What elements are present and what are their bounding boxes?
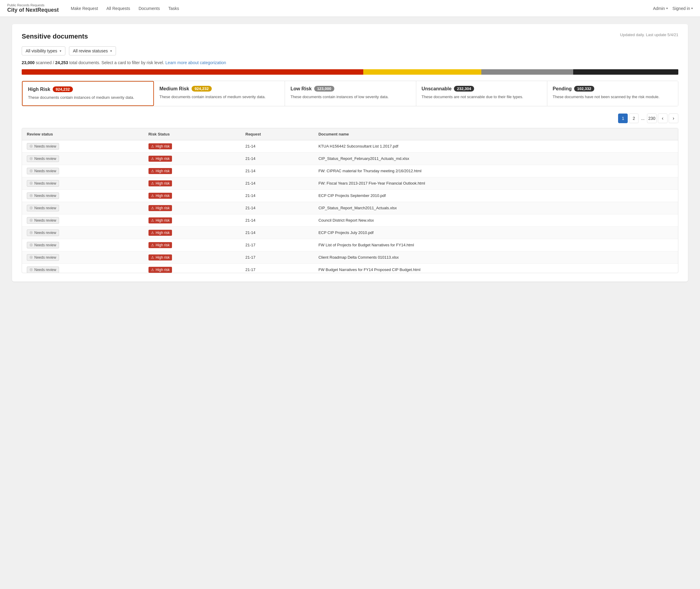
warning-icon: ⚠	[151, 243, 154, 247]
cell-request: 21-14	[241, 177, 314, 189]
signed-in-chevron-icon: ▾	[691, 7, 693, 10]
cell-request: 21-14	[241, 189, 314, 202]
nav-supertitle: Public Records Requests	[7, 3, 59, 7]
high-risk-title: High Risk 924,232	[28, 86, 148, 92]
cell-review-status: ☉ Needs review	[22, 239, 144, 251]
warning-icon: ⚠	[151, 255, 154, 259]
table-row[interactable]: ☉ Needs review ⚠ High risk 21-17 FW Budg…	[22, 263, 678, 273]
nav-make-request[interactable]: Make Request	[71, 6, 98, 11]
main-container: Sensitive documents Updated daily. Last …	[0, 17, 700, 289]
cell-risk-status: ⚠ High risk	[144, 214, 241, 226]
cell-risk-status: ⚠ High risk	[144, 202, 241, 214]
needs-review-badge: ☉ Needs review	[27, 217, 59, 224]
admin-chevron-icon: ▾	[666, 7, 668, 10]
cell-doc-name: FW: CIPRAC material for Thursday meeting…	[314, 165, 678, 177]
admin-dropdown[interactable]: Admin ▾	[653, 6, 668, 11]
risk-cards-row: High Risk 924,232 These documents contai…	[22, 81, 678, 106]
last-updated: Updated daily. Last update 5/4/21	[620, 32, 678, 37]
table-row[interactable]: ☉ Needs review ⚠ High risk 21-14 FW: CIP…	[22, 165, 678, 177]
page-1-btn[interactable]: 1	[618, 114, 628, 123]
visibility-filter[interactable]: All visibility types ▾	[22, 46, 65, 55]
nav-right: Admin ▾ Signed in ▾	[653, 6, 693, 11]
bar-yellow	[363, 69, 481, 75]
risk-card-medium[interactable]: Medium Risk 924,232 These documents cont…	[154, 81, 285, 106]
high-risk-desc: These documents contain instances of med…	[28, 94, 148, 101]
needs-review-badge: ☉ Needs review	[27, 192, 59, 199]
risk-card-high[interactable]: High Risk 924,232 These documents contai…	[22, 81, 154, 106]
cell-risk-status: ⚠ High risk	[144, 226, 241, 239]
cell-doc-name: CIP_Status_Report_March2011_Actuals.xlsx	[314, 202, 678, 214]
review-icon: ☉	[29, 255, 33, 259]
review-status-filter[interactable]: All review statuses ▾	[69, 46, 116, 55]
documents-table: Review status Risk Status Request Docume…	[22, 128, 678, 273]
signed-in-dropdown[interactable]: Signed in ▾	[673, 6, 693, 11]
risk-progress-bar	[22, 69, 678, 75]
high-risk-status-badge: ⚠ High risk	[149, 156, 172, 162]
risk-card-pending[interactable]: Pending 102,332 These documents have not…	[547, 81, 678, 106]
high-risk-status-badge: ⚠ High risk	[149, 193, 172, 199]
table-row[interactable]: ☉ Needs review ⚠ High risk 21-17 FW List…	[22, 239, 678, 251]
cell-request: 21-14	[241, 214, 314, 226]
page-2-btn[interactable]: 2	[629, 114, 639, 123]
needs-review-badge: ☉ Needs review	[27, 143, 59, 150]
page-next-btn[interactable]: ›	[669, 114, 678, 123]
card-header: Sensitive documents Updated daily. Last …	[22, 32, 678, 40]
nav-all-requests[interactable]: All Requests	[106, 6, 130, 11]
table-scroll[interactable]: Review status Risk Status Request Docume…	[22, 128, 678, 273]
cell-doc-name: KTUA H156442 Subconsultant List 1.2017.p…	[314, 140, 678, 152]
table-row[interactable]: ☉ Needs review ⚠ High risk 21-14 Council…	[22, 214, 678, 226]
cell-doc-name: Client Roadmap Delta Comments 010113.xls…	[314, 251, 678, 263]
cell-request: 21-17	[241, 239, 314, 251]
warning-icon: ⚠	[151, 157, 154, 161]
high-risk-status-badge: ⚠ High risk	[149, 143, 172, 149]
needs-review-badge: ☉ Needs review	[27, 229, 59, 236]
col-review-status: Review status	[22, 128, 144, 140]
review-icon: ☉	[29, 231, 33, 235]
cell-review-status: ☉ Needs review	[22, 140, 144, 152]
review-icon: ☉	[29, 169, 33, 173]
stats-text: 23,000 scanned / 24,253 total documents.…	[22, 60, 678, 65]
review-icon: ☉	[29, 206, 33, 210]
pending-title: Pending 102,332	[553, 86, 673, 91]
cell-risk-status: ⚠ High risk	[144, 177, 241, 189]
cell-risk-status: ⚠ High risk	[144, 239, 241, 251]
total-count: 24,253	[55, 60, 68, 65]
visibility-chevron-icon: ▾	[60, 49, 61, 53]
risk-card-unscannable[interactable]: Unscannable 232,304 These documents are …	[416, 81, 547, 106]
cell-request: 21-14	[241, 152, 314, 165]
cell-request: 21-17	[241, 251, 314, 263]
visibility-filter-label: All visibility types	[26, 48, 57, 53]
table-row[interactable]: ☉ Needs review ⚠ High risk 21-17 Client …	[22, 251, 678, 263]
bar-red	[22, 69, 363, 75]
table-header-row: Review status Risk Status Request Docume…	[22, 128, 678, 140]
table-row[interactable]: ☉ Needs review ⚠ High risk 21-14 ECP CIP…	[22, 189, 678, 202]
warning-icon: ⚠	[151, 231, 154, 235]
cell-risk-status: ⚠ High risk	[144, 263, 241, 273]
low-risk-badge: 123,000	[314, 86, 334, 91]
page-prev-btn[interactable]: ‹	[658, 114, 668, 123]
high-risk-status-badge: ⚠ High risk	[149, 180, 172, 186]
cell-review-status: ☉ Needs review	[22, 152, 144, 165]
table-row[interactable]: ☉ Needs review ⚠ High risk 21-14 CIP_Sta…	[22, 202, 678, 214]
cell-review-status: ☉ Needs review	[22, 189, 144, 202]
nav-brand-title: City of NextRequest	[7, 7, 59, 13]
table-row[interactable]: ☉ Needs review ⚠ High risk 21-14 KTUA H1…	[22, 140, 678, 152]
warning-icon: ⚠	[151, 194, 154, 198]
table-row[interactable]: ☉ Needs review ⚠ High risk 21-14 ECP CIP…	[22, 226, 678, 239]
unscannable-title: Unscannable 232,304	[422, 86, 542, 91]
nav-documents[interactable]: Documents	[139, 6, 160, 11]
top-nav: Public Records Requests City of NextRequ…	[0, 0, 700, 17]
table-row[interactable]: ☉ Needs review ⚠ High risk 21-14 CIP_Sta…	[22, 152, 678, 165]
review-icon: ☉	[29, 243, 33, 247]
review-icon: ☉	[29, 268, 33, 272]
nav-tasks[interactable]: Tasks	[168, 6, 179, 11]
scanned-count: 23,000	[22, 60, 35, 65]
needs-review-badge: ☉ Needs review	[27, 266, 59, 273]
page-230-btn[interactable]: 230	[647, 114, 657, 123]
cell-doc-name: CIP_Status_Report_February2011_Actuals_m…	[314, 152, 678, 165]
risk-card-low[interactable]: Low Risk 123,000 These documents contain…	[285, 81, 416, 106]
learn-more-link[interactable]: Learn more about categorization	[165, 60, 226, 65]
warning-icon: ⚠	[151, 218, 154, 222]
high-risk-badge: 924,232	[53, 86, 73, 92]
table-row[interactable]: ☉ Needs review ⚠ High risk 21-14 FW: Fis…	[22, 177, 678, 189]
